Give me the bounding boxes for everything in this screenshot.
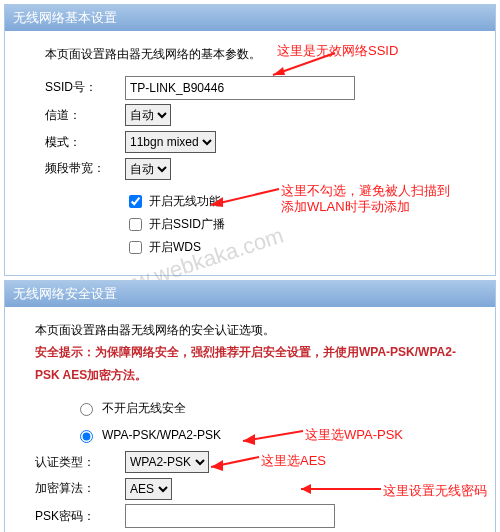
bandwidth-label: 频段带宽： — [45, 157, 125, 180]
ssid-label: SSID号： — [45, 76, 125, 99]
radio-wpa-psk[interactable] — [80, 430, 93, 443]
panel-security-body: 本页面设置路由器无线网络的安全认证选项。 安全提示：为保障网络安全，强烈推荐开启… — [5, 307, 495, 532]
security-intro-text: 本页面设置路由器无线网络的安全认证选项。 — [35, 323, 275, 337]
radio-wpa-psk-label: WPA-PSK/WPA2-PSK — [102, 424, 221, 447]
ssid-broadcast-label: 开启SSID广播 — [149, 213, 225, 236]
svg-marker-1 — [273, 67, 285, 75]
enable-wireless-checkbox[interactable] — [129, 195, 142, 208]
channel-label: 信道： — [45, 104, 125, 127]
ssid-broadcast-checkbox[interactable] — [129, 218, 142, 231]
security-tip-prefix: 安全提示： — [35, 345, 95, 359]
enable-wireless-label: 开启无线功能 — [149, 190, 221, 213]
panel-security-title: 无线网络安全设置 — [5, 281, 495, 307]
basic-intro: 本页面设置路由器无线网络的基本参数。 — [45, 43, 475, 66]
mode-select[interactable]: 11bgn mixed — [125, 131, 216, 153]
bandwidth-select[interactable]: 自动 — [125, 158, 171, 180]
auth-type-select[interactable]: WPA2-PSK — [125, 451, 209, 473]
panel-security: 无线网络安全设置 本页面设置路由器无线网络的安全认证选项。 安全提示：为保障网络… — [4, 280, 496, 532]
auth-type-label: 认证类型： — [35, 451, 125, 474]
ssid-input[interactable] — [125, 76, 355, 100]
wds-checkbox[interactable] — [129, 241, 142, 254]
security-intro: 本页面设置路由器无线网络的安全认证选项。 安全提示：为保障网络安全，强烈推荐开启… — [35, 319, 475, 387]
radio-no-security[interactable] — [80, 403, 93, 416]
mode-label: 模式： — [45, 131, 125, 154]
psk-input[interactable] — [125, 504, 335, 528]
radio-no-security-label: 不开启无线安全 — [102, 397, 186, 420]
algo-select[interactable]: AES — [125, 478, 172, 500]
panel-basic-wireless: 无线网络基本设置 本页面设置路由器无线网络的基本参数。 SSID号： 信道： 自… — [4, 4, 496, 276]
security-tip-body: 为保障网络安全，强烈推荐开启安全设置，并使用WPA-PSK/WPA2-PSK A… — [35, 345, 456, 382]
channel-select[interactable]: 自动 — [125, 104, 171, 126]
wds-label: 开启WDS — [149, 236, 201, 259]
algo-label: 加密算法： — [35, 477, 125, 500]
panel-basic-title: 无线网络基本设置 — [5, 5, 495, 31]
panel-basic-body: 本页面设置路由器无线网络的基本参数。 SSID号： 信道： 自动 模式： 11b… — [5, 31, 495, 275]
psk-label: PSK密码： — [35, 505, 125, 528]
